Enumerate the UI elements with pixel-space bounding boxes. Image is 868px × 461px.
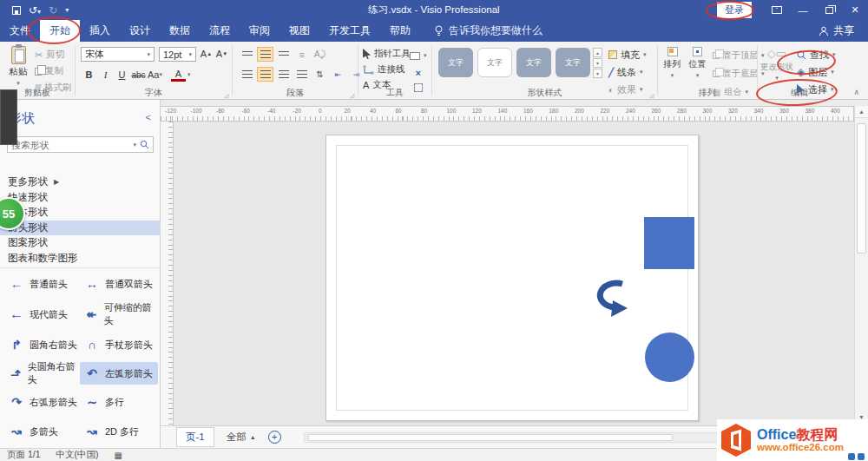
align-right-button[interactable]	[275, 67, 292, 82]
styles-more-icon[interactable]: ▾	[593, 69, 602, 78]
rectangle-tool-button[interactable]: ▾	[410, 49, 427, 63]
drawing-page[interactable]	[326, 135, 699, 421]
share-button[interactable]: 共享	[819, 20, 854, 42]
align-center-button[interactable]	[257, 67, 273, 82]
signin-button[interactable]: 登录	[717, 2, 752, 18]
text-rotate-button[interactable]: A⤸	[312, 47, 328, 62]
stencil-multi-arrow[interactable]: ↝多箭头	[4, 420, 78, 443]
stencil-normal-double-arrow[interactable]: ↔普通双箭头	[80, 273, 158, 295]
shrink-font-button[interactable]: A▼	[214, 47, 229, 61]
page-indicator[interactable]: 页面 1/1	[7, 449, 41, 461]
stencil-stretchable-arrow[interactable]: ↞可伸缩的箭头	[80, 303, 158, 326]
tell-me-box[interactable]: 告诉我你想要做什么	[434, 20, 542, 42]
redo-icon[interactable]: ↻	[49, 5, 57, 16]
category-quick-shapes[interactable]: 快速形状	[0, 190, 161, 206]
tab-data[interactable]: 数据	[160, 20, 200, 42]
find-button[interactable]: 查找▾	[797, 48, 836, 62]
circle-shape[interactable]	[645, 333, 694, 382]
font-dialog-launcher[interactable]: ◿	[224, 92, 228, 98]
copy-button[interactable]: 复制	[35, 64, 72, 78]
search-dropdown-icon[interactable]: ▾	[133, 142, 136, 148]
tab-process[interactable]: 流程	[200, 20, 240, 42]
styles-scroll-up-icon[interactable]: ▴	[593, 48, 602, 57]
align-bottom-button[interactable]	[275, 47, 292, 62]
change-shape-button[interactable]: ◇▭ 更改形状▾	[759, 47, 795, 82]
tab-insert[interactable]: 插入	[80, 20, 120, 42]
align-left-button[interactable]	[239, 67, 255, 82]
ribbon-display-options-icon[interactable]: ˆ	[764, 0, 790, 20]
stencil-right-arc-arrow[interactable]: ↷右弧形箭头	[4, 391, 78, 413]
undo-icon[interactable]: ↺▾	[29, 5, 41, 16]
change-case-button[interactable]: Aa▾	[148, 68, 162, 82]
category-more-shapes[interactable]: 更多形状▶	[0, 175, 161, 190]
scrollbar-thumb[interactable]	[857, 123, 866, 254]
add-page-button[interactable]: +	[268, 431, 281, 444]
collapse-panel-icon[interactable]: <	[146, 112, 151, 122]
text-direction-button[interactable]: ⇅	[312, 67, 328, 82]
category-arrow-shapes[interactable]: 箭头形状	[0, 221, 161, 236]
stencil-2d-multi-line[interactable]: ↝2D 多行	[80, 420, 158, 443]
tab-home[interactable]: 开始	[40, 20, 80, 42]
align-top-button[interactable]	[239, 47, 255, 62]
scrollbar-thumb[interactable]	[308, 434, 673, 441]
save-icon[interactable]	[12, 6, 21, 15]
styles-scroll-down-icon[interactable]: ▾	[593, 58, 602, 68]
language-indicator[interactable]: 中文(中国)	[56, 449, 99, 461]
square-shape[interactable]	[644, 217, 694, 269]
vertical-scrollbar[interactable]: ▲ ▼	[854, 106, 868, 425]
category-charts-math[interactable]: 图表和数学图形	[0, 251, 161, 267]
tab-file[interactable]: 文件	[0, 20, 40, 42]
strikethrough-button[interactable]: abc	[131, 68, 146, 82]
all-pages-button[interactable]: 全部▲	[227, 431, 256, 444]
shape-search-input[interactable]	[11, 140, 129, 150]
style-swatch-4[interactable]: 文字	[556, 48, 590, 77]
stencil-cane-arrow[interactable]: ∩手杖形箭头	[80, 333, 158, 356]
paragraph-dialog-launcher[interactable]: ◿	[350, 92, 354, 98]
stencil-sharp-rounded-right-arrow[interactable]: ↳尖圆角右箭头	[4, 362, 78, 385]
drawing-viewport[interactable]	[174, 122, 854, 425]
stencil-modern-arrow[interactable]: ←现代箭头	[4, 303, 78, 326]
align-button[interactable]: 排列▾	[661, 47, 684, 79]
fill-button[interactable]: 填充▾	[608, 48, 647, 62]
bold-button[interactable]: B	[82, 68, 96, 82]
style-swatch-1[interactable]: 文字	[438, 48, 473, 77]
pointer-tool-button[interactable]: 指针工具	[363, 47, 411, 61]
bullets-button[interactable]: ≡	[293, 47, 310, 62]
category-pattern-shapes[interactable]: 图案形状	[0, 235, 161, 251]
paste-button[interactable]: 粘贴 ▾	[4, 46, 32, 87]
minimize-button[interactable]: —	[790, 0, 816, 20]
page-tab[interactable]: 页-1	[176, 427, 214, 447]
style-swatch-2[interactable]: 文字	[477, 48, 512, 77]
customize-qat-icon[interactable]: ▾	[65, 6, 69, 14]
stencil-multi-line[interactable]: ∼多行	[80, 391, 158, 413]
stencil-normal-arrow[interactable]: ←普通箭头	[4, 273, 78, 295]
shape-styles-dialog-launcher[interactable]: ◿	[649, 92, 654, 98]
left-arc-arrow-shape[interactable]	[584, 277, 629, 318]
scroll-up-icon[interactable]: ▲	[855, 106, 868, 118]
connection-point-button[interactable]: ×	[416, 68, 421, 78]
tab-review[interactable]: 审阅	[240, 20, 279, 42]
search-icon[interactable]	[140, 140, 149, 149]
close-button[interactable]: ✕	[842, 0, 868, 20]
cut-button[interactable]: ✂剪切	[35, 48, 72, 62]
italic-button[interactable]: I	[98, 68, 113, 82]
underline-button[interactable]: U	[115, 68, 129, 82]
font-size-select[interactable]: 12pt▾	[159, 47, 196, 62]
justify-button[interactable]	[293, 67, 310, 82]
tab-design[interactable]: 设计	[120, 20, 160, 42]
decrease-indent-button[interactable]: ⇤	[330, 67, 346, 82]
connector-button[interactable]: 连接线	[363, 63, 411, 76]
restore-button[interactable]	[816, 0, 842, 20]
collapse-ribbon-icon[interactable]: ∧	[853, 88, 859, 96]
align-middle-button[interactable]	[257, 47, 273, 62]
layers-button[interactable]: ◈图层▾	[797, 65, 836, 79]
shape-search-box[interactable]: ▾	[7, 136, 154, 153]
grow-font-button[interactable]: A▲	[199, 47, 214, 61]
tab-developer[interactable]: 开发工具	[319, 20, 380, 42]
position-button[interactable]: 位置▾	[686, 47, 709, 79]
tab-help[interactable]: 帮助	[380, 20, 420, 42]
line-button[interactable]: ╱线条▾	[608, 65, 647, 79]
stencil-rounded-right-arrow[interactable]: ↱圆角右箭头	[4, 333, 78, 356]
font-color-button[interactable]: A	[171, 68, 186, 82]
style-swatch-3[interactable]: 文字	[516, 48, 551, 77]
